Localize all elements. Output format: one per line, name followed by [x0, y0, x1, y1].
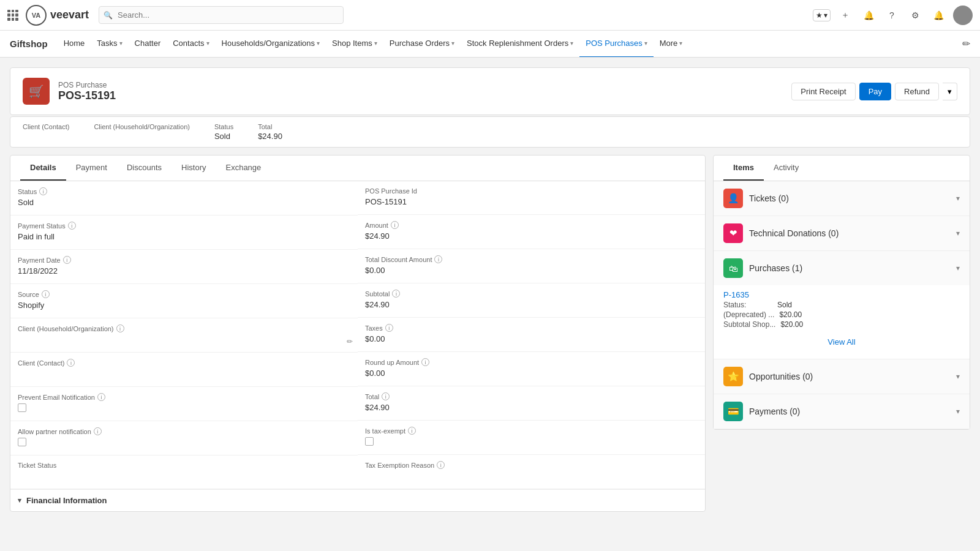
field-value [18, 403, 350, 414]
nav-item-stock-replenishment[interactable]: Stock Replenishment Orders▾ [461, 31, 579, 58]
info-icon[interactable]: i [421, 358, 429, 366]
pay-button[interactable]: Pay [859, 83, 891, 100]
info-icon[interactable]: i [391, 221, 399, 229]
info-icon[interactable]: i [434, 255, 442, 263]
related-opportunities-header[interactable]: ⭐ Opportunities (0) ▾ [714, 359, 970, 394]
tab-exchange[interactable]: Exchange [216, 156, 271, 181]
tab-discounts[interactable]: Discounts [117, 156, 172, 181]
nav-item-contacts[interactable]: Contacts▾ [167, 31, 215, 58]
related-donations-header[interactable]: ❤ Technical Donations (0) ▾ [714, 216, 970, 250]
info-icon[interactable]: i [67, 359, 75, 367]
dropdown-icon[interactable]: ▾ [956, 407, 960, 416]
related-header-left: ⭐ Opportunities (0) [723, 367, 813, 386]
notification-bell-icon[interactable]: 🔔 [860, 7, 877, 24]
field-total-discount: Total Discount Amount i $0.00 ✏ [358, 249, 705, 283]
grid-menu-icon[interactable] [7, 10, 18, 21]
nav-item-pos-purchases[interactable]: POS Purchases▾ [579, 31, 654, 58]
related-opportunities: ⭐ Opportunities (0) ▾ [714, 359, 970, 394]
summary-bar: Client (Contact) Client (Household/Organ… [10, 116, 970, 148]
related-payments: 💳 Payments (0) ▾ [714, 394, 970, 429]
record-breadcrumb: POS Purchase [58, 81, 116, 89]
tab-details[interactable]: Details [20, 156, 66, 181]
refund-button[interactable]: Refund [895, 83, 939, 100]
info-icon[interactable]: i [385, 324, 393, 332]
allow-partner-checkbox[interactable] [18, 438, 26, 446]
list-item: P-1635 Status: Sold (Deprecated) ... $20… [723, 290, 960, 329]
tab-history[interactable]: History [172, 156, 216, 181]
financial-section[interactable]: ▾ Financial Information [10, 489, 705, 511]
nav-item-more[interactable]: More▾ [654, 31, 689, 58]
related-tickets-header[interactable]: 👤 Tickets (0) ▾ [714, 181, 970, 216]
related-header-left: 🛍 Purchases (1) [723, 258, 802, 278]
field-value: $0.00 [365, 334, 698, 345]
right-tab-activity[interactable]: Activity [764, 156, 809, 181]
info-icon[interactable]: i [42, 290, 50, 298]
dropdown-icon[interactable]: ▾ [956, 194, 960, 203]
summary-value: $24.90 [258, 132, 282, 141]
field-label: Status i [18, 187, 350, 195]
alerts-icon[interactable]: 🔔 [930, 7, 947, 24]
edit-nav-icon[interactable]: ✏ [962, 38, 970, 50]
info-icon[interactable]: i [39, 187, 47, 195]
settings-icon[interactable]: ⚙ [907, 7, 924, 24]
actions-dropdown-button[interactable]: ▾ [943, 83, 957, 100]
summary-total: Total $24.90 [258, 123, 282, 141]
view-all-link[interactable]: View All [827, 337, 855, 347]
nav-item-shop-items[interactable]: Shop Items▾ [326, 31, 383, 58]
field-label: Tax Exemption Reason i [365, 461, 698, 469]
nav-item-home[interactable]: Home [58, 31, 91, 58]
chevron-icon: ▾ [206, 40, 209, 47]
donations-icon: ❤ [723, 223, 743, 243]
dropdown-icon[interactable]: ▾ [956, 372, 960, 381]
info-icon[interactable]: i [63, 256, 71, 264]
info-icon[interactable]: i [116, 324, 124, 332]
field-value: 11/18/2022 [18, 266, 350, 277]
chevron-icon: ▾ [570, 40, 573, 47]
field-ticket-status: Ticket Status ✏ [10, 455, 358, 489]
search-bar[interactable]: 🔍 [99, 6, 344, 24]
nav-item-purchase-orders[interactable]: Purchase Orders▾ [383, 31, 461, 58]
dropdown-icon[interactable]: ▾ [956, 264, 960, 272]
purchase-link[interactable]: P-1635 [723, 290, 749, 299]
nav-item-chatter[interactable]: Chatter [129, 31, 167, 58]
right-panel: Items Activity 👤 Tickets (0) ▾ [713, 155, 970, 512]
field-total: Total i $24.90 ✏ [358, 386, 705, 421]
info-icon[interactable]: i [437, 461, 445, 469]
info-icon[interactable]: i [68, 222, 76, 230]
search-input[interactable] [99, 6, 344, 24]
edit-icon[interactable]: ✏ [347, 337, 353, 346]
add-button[interactable]: ＋ [837, 7, 854, 24]
favorites-button[interactable]: ★ ▾ [813, 9, 831, 21]
print-receipt-button[interactable]: Print Receipt [791, 83, 855, 100]
right-tab-items[interactable]: Items [723, 156, 764, 181]
field-label: Is tax-exempt i [365, 427, 698, 435]
field-label: Allow partner notification i [18, 427, 350, 435]
info-icon[interactable]: i [97, 393, 105, 401]
related-panel: Items Activity 👤 Tickets (0) ▾ [713, 155, 970, 430]
field-label: Total i [365, 392, 698, 400]
related-header-left: ❤ Technical Donations (0) [723, 223, 839, 243]
info-icon[interactable]: i [382, 392, 390, 400]
tax-exempt-checkbox[interactable] [365, 437, 374, 446]
field-value: $0.00 [365, 369, 698, 380]
nav-item-households[interactable]: Households/Organizations▾ [216, 31, 326, 58]
form-col-left: Status i Sold ✏ Payment Status i Paid [10, 181, 358, 489]
prevent-email-checkbox[interactable] [18, 403, 26, 412]
tab-payment[interactable]: Payment [66, 156, 117, 181]
record-icon: 🛒 [23, 78, 50, 105]
help-icon[interactable]: ? [883, 7, 900, 24]
info-icon[interactable]: i [408, 427, 416, 435]
related-purchases-header[interactable]: 🛍 Purchases (1) ▾ [714, 251, 970, 285]
info-icon[interactable]: i [94, 427, 102, 435]
details-panel: Details Payment Discounts History Exchan… [10, 155, 706, 512]
user-avatar[interactable] [953, 6, 973, 25]
info-icon[interactable]: i [392, 290, 400, 298]
related-title: Payments (0) [749, 407, 800, 416]
nav-item-tasks[interactable]: Tasks▾ [91, 31, 128, 58]
field-tax-exempt: Is tax-exempt i ✏ [358, 421, 705, 455]
dropdown-icon[interactable]: ▾ [956, 229, 960, 238]
related-payments-header[interactable]: 💳 Payments (0) ▾ [714, 394, 970, 429]
left-panel: Details Payment Discounts History Exchan… [10, 155, 706, 512]
chevron-icon: ▾ [374, 40, 377, 47]
purchases-icon: 🛍 [723, 258, 743, 278]
